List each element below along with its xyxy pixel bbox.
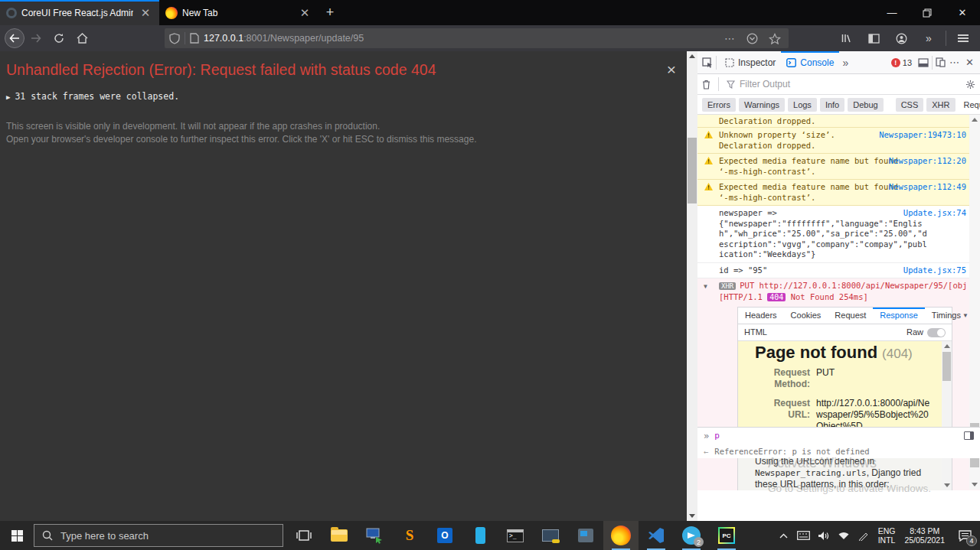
filter-xhr[interactable]: XHR <box>926 98 955 112</box>
net-tab-cookies[interactable]: Cookies <box>784 308 828 324</box>
outlook-button[interactable]: O <box>427 521 462 550</box>
more-devtools-tabs-icon[interactable]: » <box>839 57 851 69</box>
computer-management-button[interactable] <box>568 521 603 550</box>
search-input[interactable] <box>60 530 252 542</box>
sublime-text-button[interactable]: S <box>392 521 427 550</box>
net-tab-request[interactable]: Request <box>828 308 873 324</box>
raw-label: Raw <box>906 327 923 338</box>
your-phone-button[interactable] <box>462 521 498 550</box>
clear-console-icon[interactable] <box>702 80 710 89</box>
sidebar-toggle-icon[interactable] <box>863 27 884 50</box>
split-console-icon[interactable] <box>918 58 929 67</box>
reload-button[interactable] <box>47 27 70 50</box>
logged-object[interactable]: {"newspaper":"ffffffff","language":"Engl… <box>719 219 927 260</box>
action-center-button[interactable]: 4 <box>949 521 980 550</box>
restore-button[interactable] <box>910 0 945 25</box>
source-link[interactable]: Newspaper:19473:10 <box>879 130 966 141</box>
filter-logs[interactable]: Logs <box>788 98 817 112</box>
vscode-taskbar-button[interactable] <box>639 521 674 550</box>
scroll-down-icon[interactable] <box>969 480 980 490</box>
scroll-down-icon[interactable] <box>942 480 952 490</box>
library-icon[interactable] <box>835 27 857 50</box>
console-settings-gear-icon[interactable] <box>965 80 975 89</box>
responsive-design-icon[interactable] <box>936 57 946 67</box>
filter-css[interactable]: CSS <box>896 98 924 112</box>
close-devtools-icon[interactable]: ✕ <box>964 57 975 68</box>
language-indicator[interactable]: ENG INTL <box>874 526 900 545</box>
terminal-icon: >_ <box>507 529 524 542</box>
console-sidebar-toggle-icon[interactable] <box>964 431 974 440</box>
tab-close-icon[interactable]: ✕ <box>297 6 312 20</box>
filter-errors[interactable]: Errors <box>702 98 736 112</box>
remote-desktop-button[interactable] <box>357 521 392 550</box>
close-window-button[interactable]: ✕ <box>945 0 980 25</box>
app-menu-icon[interactable] <box>952 27 974 50</box>
page-scrollbar[interactable] <box>687 51 697 521</box>
pycharm-taskbar-button[interactable]: PC <box>709 521 744 550</box>
filter-requests[interactable]: Requests <box>959 98 980 112</box>
touch-keyboard-button[interactable] <box>794 521 814 550</box>
volume-button[interactable] <box>814 521 834 550</box>
source-link[interactable]: Update.jsx:74 <box>903 208 966 219</box>
clock[interactable]: 8:43 PM 25/05/2021 <box>900 526 949 545</box>
back-button[interactable] <box>5 28 24 48</box>
tracking-shield-icon[interactable] <box>169 33 180 44</box>
file-explorer-button[interactable] <box>322 521 357 550</box>
error-count-badge[interactable]: ! 13 <box>891 58 912 67</box>
net-tab-timings[interactable]: Timings <box>925 308 962 324</box>
scroll-down-icon[interactable] <box>687 511 697 521</box>
command-prompt-button[interactable]: >_ <box>498 521 533 550</box>
net-tab-response[interactable]: Response <box>873 308 925 324</box>
scroll-up-icon[interactable] <box>687 51 697 61</box>
devtools-tab-inspector[interactable]: Inspector <box>720 51 781 74</box>
taskbar-search-box[interactable] <box>34 524 283 547</box>
xhr-request-line[interactable]: XHRPUT http://127.0.0.1:8000/api/Newspap… <box>719 281 966 292</box>
console-input-value[interactable]: p <box>714 431 720 441</box>
net-tab-headers[interactable]: Headers <box>738 308 784 324</box>
home-button[interactable] <box>70 27 93 50</box>
page-actions-icon[interactable]: ⋯ <box>724 32 736 44</box>
scrollbar-thumb[interactable] <box>942 352 951 381</box>
address-bar[interactable]: 127.0.0.1:8001/Newspaper/update/95 ⋯ <box>165 28 789 48</box>
response-scrollbar[interactable] <box>942 341 952 490</box>
console-input-row[interactable]: » p <box>697 427 980 444</box>
chevron-down-icon[interactable]: ▼ <box>962 311 969 321</box>
network-button[interactable] <box>834 521 854 550</box>
url-text[interactable]: 127.0.0.1:8001/Newspaper/update/95 <box>204 33 724 44</box>
source-link[interactable]: Newspaper:112:20 <box>889 156 966 167</box>
bookmark-star-icon[interactable] <box>769 33 781 44</box>
putty-button[interactable] <box>533 521 568 550</box>
task-view-button[interactable] <box>286 521 322 550</box>
new-tab-button[interactable]: + <box>318 0 341 25</box>
raw-toggle[interactable] <box>927 328 946 337</box>
pen-settings-button[interactable] <box>854 521 874 550</box>
disclosure-triangle-icon[interactable]: ▼ <box>704 282 707 292</box>
overlay-close-icon[interactable]: × <box>667 62 676 77</box>
scroll-up-icon[interactable] <box>942 341 952 351</box>
telegram-taskbar-button[interactable]: 2 <box>674 521 709 550</box>
filter-output-input[interactable] <box>740 79 961 89</box>
source-link[interactable]: Update.jsx:75 <box>903 265 966 276</box>
tray-overflow-button[interactable] <box>774 521 794 550</box>
scrollbar-thumb[interactable] <box>688 138 697 203</box>
meatball-menu-icon[interactable]: ⋯ <box>946 57 964 68</box>
filter-debug[interactable]: Debug <box>848 98 883 112</box>
overflow-menu-icon[interactable]: » <box>918 27 939 50</box>
devtools-tab-console[interactable]: Console <box>781 51 839 74</box>
filter-warnings[interactable]: Warnings <box>739 98 785 112</box>
tab-new-tab[interactable]: New Tab ✕ <box>159 0 318 25</box>
minimize-button[interactable]: — <box>874 0 910 25</box>
forward-button[interactable] <box>24 27 47 50</box>
tab-coreui[interactable]: CoreUI Free React.js Admin Ten ✕ <box>0 0 159 25</box>
stack-collapse-toggle[interactable]: ▶31 stack frames were collapsed. <box>6 91 179 102</box>
pick-element-icon[interactable] <box>702 57 713 68</box>
scroll-up-icon[interactable] <box>969 115 980 125</box>
start-button[interactable] <box>0 521 34 550</box>
account-icon[interactable] <box>890 27 912 50</box>
filter-info[interactable]: Info <box>820 98 844 112</box>
source-link[interactable]: Newspaper:112:49 <box>889 182 966 193</box>
firefox-taskbar-button[interactable] <box>603 521 639 550</box>
pocket-icon[interactable] <box>746 33 758 44</box>
page-info-icon[interactable] <box>190 33 199 44</box>
tab-close-icon[interactable]: ✕ <box>138 6 153 20</box>
